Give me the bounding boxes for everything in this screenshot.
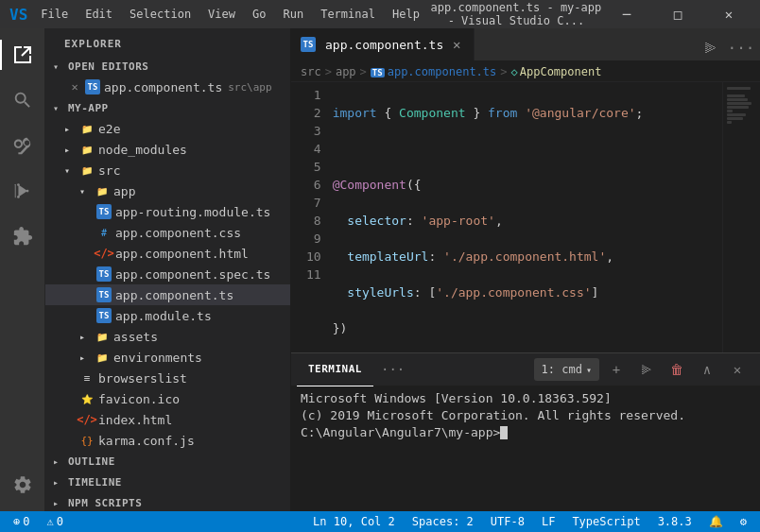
source-control-activity-icon[interactable]	[0, 123, 45, 168]
sidebar-content: Open Editors ✕ TS app.component.ts src\a…	[45, 56, 290, 511]
assets-chevron	[79, 332, 91, 342]
timeline-label: Timeline	[68, 476, 122, 489]
minimize-button[interactable]: ─	[605, 0, 648, 28]
extensions-activity-icon[interactable]	[0, 214, 45, 259]
explorer-activity-icon[interactable]	[0, 32, 45, 77]
open-editors-section[interactable]: Open Editors	[45, 56, 290, 77]
tab-app-component-ts[interactable]: TS app.component.ts ✕	[291, 28, 475, 60]
menu-go[interactable]: Go	[245, 6, 273, 23]
file-app-css[interactable]: # app.component.css	[45, 222, 290, 243]
status-settings-button[interactable]: ⚙	[734, 511, 752, 532]
split-editor-button[interactable]: ⫸	[698, 34, 724, 60]
add-terminal-button[interactable]: +	[603, 356, 630, 383]
run-activity-icon[interactable]	[0, 168, 45, 214]
tab-bar: TS app.component.ts ✕ ⫸ ···	[291, 28, 760, 61]
tab-ts-icon: TS	[301, 37, 316, 52]
maximize-panel-button[interactable]: ∧	[694, 356, 720, 383]
terminal-selector-dropdown[interactable]: 1: cmd ▾	[534, 358, 599, 381]
menu-file[interactable]: File	[33, 6, 76, 23]
status-eol[interactable]: LF	[536, 511, 561, 532]
timeline-section[interactable]: Timeline	[45, 472, 290, 492]
file-browserslist-label: browserslist	[98, 371, 187, 386]
file-app-module[interactable]: TS app.module.ts	[45, 305, 290, 326]
status-language[interactable]: TypeScript	[566, 511, 646, 532]
npm-scripts-section[interactable]: NPM Scripts	[45, 492, 290, 511]
environments-folder-icon: 📁	[95, 350, 110, 365]
folder-e2e[interactable]: 📁 e2e	[45, 118, 290, 139]
close-button[interactable]: ✕	[707, 0, 751, 28]
folder-src[interactable]: 📁 src	[45, 160, 290, 180]
folder-node-modules[interactable]: 📁 node_modules	[45, 139, 290, 160]
breadcrumb-app[interactable]: app	[336, 65, 356, 78]
maximize-button[interactable]: □	[656, 0, 700, 28]
module-ts-file-icon: TS	[96, 308, 112, 323]
search-activity-icon[interactable]	[0, 77, 45, 123]
title-bar: VS File Edit Selection View Go Run Termi…	[0, 0, 760, 28]
folder-app-label: app	[113, 184, 135, 198]
close-editor-icon[interactable]: ✕	[68, 80, 81, 94]
status-position[interactable]: Ln 10, Col 2	[307, 511, 401, 532]
file-favicon[interactable]: ⭐ favicon.ico	[45, 388, 290, 409]
code-content[interactable]: import { Component } from '@angular/core…	[333, 82, 722, 352]
index-html-icon: </>	[79, 412, 95, 427]
svg-point-2	[26, 190, 28, 193]
terminal-content[interactable]: Microsoft Windows [Version 10.0.18363.59…	[291, 386, 760, 511]
file-app-html-label: app.component.html	[115, 247, 249, 261]
code-editor[interactable]: 1 2 3 4 5 6 7 8 9 10 11 import { Compone…	[291, 82, 760, 352]
spec-file-icon: TS	[96, 266, 112, 282]
file-app-spec[interactable]: TS app.component.spec.ts	[45, 264, 290, 284]
status-spaces[interactable]: Spaces: 2	[406, 511, 479, 532]
folder-assets[interactable]: 📁 assets	[45, 326, 290, 347]
file-favicon-label: favicon.ico	[98, 392, 180, 406]
kill-terminal-button[interactable]: 🗑	[664, 356, 690, 383]
breadcrumb-src[interactable]: src	[301, 65, 321, 78]
menu-selection[interactable]: Selection	[122, 6, 199, 23]
outline-section[interactable]: Outline	[45, 451, 290, 472]
ts-file-icon: TS	[85, 79, 100, 94]
app-chevron	[79, 186, 91, 197]
status-warnings[interactable]: ⚠ 0	[41, 511, 68, 532]
menu-view[interactable]: View	[200, 6, 243, 23]
file-browserslist[interactable]: ≡ browserslist	[45, 368, 290, 388]
settings-activity-icon[interactable]	[0, 462, 45, 507]
status-version[interactable]: 3.8.3	[652, 511, 698, 532]
file-app-html[interactable]: </> app.component.html	[45, 243, 290, 264]
more-actions-button[interactable]: ···	[728, 34, 754, 60]
file-app-component-ts-label: app.component.ts	[115, 288, 233, 302]
folder-app[interactable]: 📁 app	[45, 180, 290, 201]
node-modules-chevron	[64, 145, 76, 155]
folder-environments[interactable]: 📁 environments	[45, 347, 290, 368]
terminal-line-2: (c) 2019 Microsoft Corporation. All righ…	[301, 407, 751, 424]
menu-terminal[interactable]: Terminal	[313, 6, 383, 23]
panel-area: Terminal ··· 1: cmd ▾ + ⫸ 🗑 ∧ ✕	[291, 352, 760, 511]
folder-assets-label: assets	[113, 330, 158, 344]
tab-label: app.component.ts	[325, 38, 443, 52]
error-icon: ⊕	[13, 515, 20, 528]
file-app-component-ts[interactable]: TS app.component.ts	[45, 284, 290, 305]
breadcrumb-sep1: >	[325, 65, 332, 78]
tab-close-button[interactable]: ✕	[449, 37, 464, 52]
app-folder-icon: 📁	[95, 183, 110, 198]
terminal-tab[interactable]: Terminal	[297, 353, 373, 386]
my-app-label: MY-APP	[68, 102, 109, 114]
split-terminal-button[interactable]: ⫸	[633, 356, 660, 383]
assets-folder-icon: 📁	[95, 329, 110, 344]
close-panel-button[interactable]: ✕	[724, 356, 751, 383]
menu-help[interactable]: Help	[385, 6, 427, 23]
status-errors[interactable]: ⊕ 0	[8, 511, 35, 532]
open-editor-item-app-component[interactable]: ✕ TS app.component.ts src\app	[45, 77, 290, 97]
menu-edit[interactable]: Edit	[78, 6, 120, 23]
vscode-logo-icon: VS	[9, 6, 27, 24]
status-bar: ⊕ 0 ⚠ 0 Ln 10, Col 2 Spaces: 2 UTF-8 LF …	[0, 511, 760, 532]
my-app-section[interactable]: MY-APP	[45, 97, 290, 118]
status-notifications-button[interactable]: 🔔	[703, 511, 729, 532]
menu-run[interactable]: Run	[275, 6, 311, 23]
panel-more-button[interactable]: ···	[373, 362, 412, 377]
status-encoding[interactable]: UTF-8	[485, 511, 530, 532]
breadcrumb-file[interactable]: TSapp.component.ts	[371, 65, 496, 78]
file-karma[interactable]: {} karma.conf.js	[45, 430, 290, 451]
breadcrumb-component[interactable]: ◇AppComponent	[511, 65, 602, 78]
file-index-html[interactable]: </> index.html	[45, 409, 290, 430]
terminal-name: 1: cmd	[542, 363, 582, 376]
file-app-routing[interactable]: TS app-routing.module.ts	[45, 201, 290, 222]
